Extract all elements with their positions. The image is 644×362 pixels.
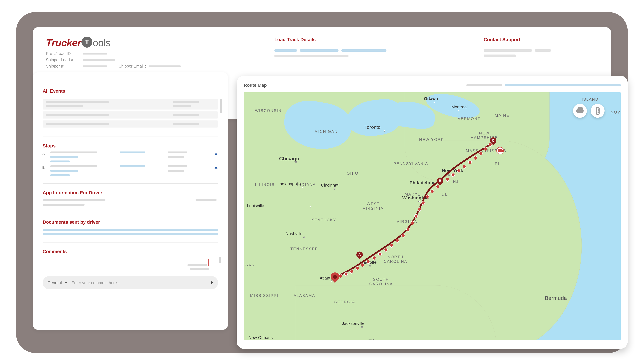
meta-label: Shipper Email <box>119 64 144 68</box>
placeholder-bar <box>50 160 70 162</box>
comments-list[interactable] <box>43 259 218 270</box>
placeholder-bar <box>274 49 297 52</box>
comment-indicator <box>208 259 210 266</box>
map-label: Montreal <box>451 104 468 109</box>
event-row[interactable] <box>43 99 218 109</box>
placeholder-bar <box>484 54 516 57</box>
map-label: Philadelphia <box>410 180 437 185</box>
weather-layer-button[interactable] <box>573 104 587 118</box>
map-label: Indianapolis <box>278 181 301 186</box>
map-label: IDA <box>368 338 376 340</box>
panel-stops: Stops A B <box>43 137 218 184</box>
map-label: VERMONT <box>458 116 480 121</box>
map-viewport[interactable]: WISCONSIN MICHIGAN ILLINOIS INDIANA OHIO… <box>244 92 621 340</box>
contact-support: Contact Support <box>484 37 570 57</box>
placeholder-bar <box>43 204 84 206</box>
placeholder-bar <box>274 55 348 57</box>
map-label: NORTH CAROLINA <box>384 255 408 264</box>
meta-colon: : <box>79 57 82 62</box>
route-map-title: Route Map <box>244 83 267 88</box>
map-label: PENNSYLVANIA <box>394 161 428 166</box>
events-list[interactable] <box>43 99 218 127</box>
stop-row-a[interactable]: A <box>43 151 218 162</box>
city-dot <box>310 206 311 207</box>
city-dot <box>361 326 363 328</box>
truck-position-icon[interactable] <box>496 147 504 154</box>
map-label: Louisville <box>247 203 264 208</box>
map-label: MAINE <box>495 113 510 118</box>
placeholder-bar <box>168 151 187 153</box>
comment-type-select[interactable]: General <box>48 281 67 285</box>
comments-scrollbar[interactable] <box>219 257 221 263</box>
stop-letter: A <box>42 152 45 156</box>
load-track-details: Load Track Details <box>274 37 390 57</box>
logo-text-trucker: Trucker <box>46 37 81 48</box>
map-label: WISCONSIN <box>255 108 282 113</box>
comment-text-input[interactable]: Enter your comment here... <box>72 281 207 285</box>
placeholder-bar <box>168 156 184 158</box>
map-label: Cincinnati <box>321 183 339 188</box>
map-label: MICHIGAN <box>314 129 338 134</box>
city-dot <box>434 102 435 103</box>
traffic-layer-button[interactable] <box>591 104 604 118</box>
load-track-details-title: Load Track Details <box>274 37 390 42</box>
city-dot <box>303 236 305 238</box>
meta-value-placeholder <box>83 53 107 54</box>
placeholder-bar <box>466 84 502 86</box>
stops-title: Stops <box>43 143 218 149</box>
map-label: RI <box>495 161 500 166</box>
events-scrollbar[interactable] <box>220 99 222 113</box>
city-dot <box>384 130 385 132</box>
map-label: ILLINOIS <box>255 182 275 187</box>
meta-label: Shipper Load # <box>46 57 78 62</box>
placeholder-bar <box>43 199 106 201</box>
panel-all-events: All Events <box>43 82 218 137</box>
map-label: Washington <box>402 195 429 201</box>
placeholder-bar <box>43 233 218 235</box>
map-label: GEORGIA <box>334 300 355 304</box>
placeholder-bar <box>300 49 338 52</box>
stop-letter: B <box>42 166 45 169</box>
placeholder-bar <box>173 114 199 116</box>
placeholder-bar <box>50 156 78 158</box>
event-row[interactable] <box>43 120 218 127</box>
map-label: NEW YORK <box>419 137 444 142</box>
map-label: New Orleans <box>248 335 273 340</box>
all-events-title: All Events <box>43 88 218 94</box>
placeholder-bar <box>46 105 83 107</box>
map-label: TENNESSEE <box>290 247 318 251</box>
map-label: ISLAND <box>582 97 598 102</box>
event-row[interactable] <box>43 111 218 118</box>
map-label: NJ <box>453 179 458 184</box>
panel-documents: Documents sent by driver <box>43 213 218 243</box>
map-label: NOV <box>611 110 620 114</box>
route-map-card: Route Map WISCONSIN MICHIGAN ILLINOIS IN… <box>236 76 628 349</box>
placeholder-bar <box>168 170 184 172</box>
meta-colon: : <box>79 51 82 56</box>
placeholder-bar <box>196 199 216 201</box>
placeholder-bar <box>50 170 78 172</box>
chevron-down-icon <box>64 282 67 284</box>
map-label: Bermuda <box>545 295 567 301</box>
meta-colon: : <box>145 64 147 68</box>
stop-row-b[interactable]: B <box>43 165 218 176</box>
send-icon[interactable] <box>211 281 213 285</box>
meta-label: Shipper Id <box>46 64 78 68</box>
map-label: MISSISSIPPI <box>250 293 278 298</box>
placeholder-bar <box>168 165 187 167</box>
placeholder-bar <box>46 114 109 116</box>
placeholder-bar <box>173 105 191 107</box>
map-label: Chicago <box>279 156 300 162</box>
map-label: Toronto <box>364 124 380 130</box>
chevron-up-icon[interactable] <box>214 153 218 155</box>
panel-comments: Comments General Enter your comment here… <box>43 243 218 296</box>
contact-support-title: Contact Support <box>484 37 570 42</box>
map-label: DE <box>442 192 448 197</box>
chevron-up-icon[interactable] <box>214 167 218 169</box>
city-dot <box>330 281 332 282</box>
map-label: WEST VIRGINIA <box>363 202 384 211</box>
meta-label: Pro #/Load ID <box>46 51 78 56</box>
city-dot <box>448 174 450 176</box>
map-label: Nashville <box>286 231 302 236</box>
map-header: Route Map <box>244 83 621 88</box>
